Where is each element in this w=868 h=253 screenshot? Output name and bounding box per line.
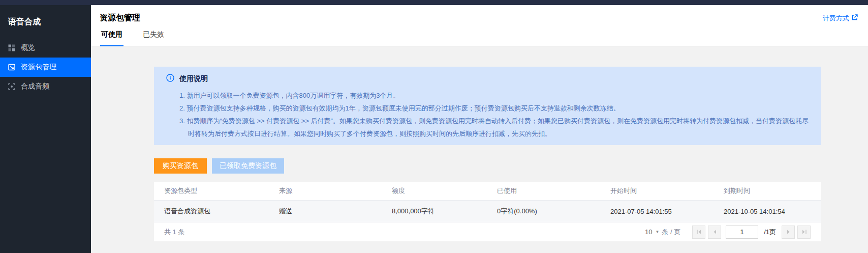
column-header-start-time: 开始时间: [610, 186, 724, 195]
cell-expire-time: 2021-10-05 14:01:54: [724, 208, 811, 215]
notice-title: 使用说明: [179, 74, 208, 83]
cell-quota: 8,000,000字符: [392, 207, 497, 216]
last-page-icon: [801, 229, 807, 235]
cell-package-type: 语音合成资源包: [164, 207, 279, 216]
first-page-button[interactable]: [692, 226, 705, 239]
notice-line-2: 2. 预付费资源包支持多种规格，购买的资源包有效期均为1年，资源包额度未使用完的…: [179, 102, 809, 115]
sidebar-item-label: 合成音频: [21, 82, 49, 91]
page-size-select[interactable]: 10 ▼: [645, 228, 659, 236]
sidebar-item-resource-packages[interactable]: 资源包管理: [0, 58, 91, 77]
top-navigation-bar: [0, 0, 868, 5]
sidebar-item-label: 资源包管理: [21, 63, 56, 72]
last-page-button[interactable]: [797, 226, 811, 239]
package-icon: [8, 64, 15, 71]
total-pages-label: /1页: [764, 228, 776, 237]
tab-available[interactable]: 可使用: [100, 30, 123, 46]
notice-line-1: 1. 新用户可以领取一个免费资源包，内含800万调用字符，有效期为3个月。: [179, 89, 809, 102]
table-footer: 共 1 条 10 ▼ 条 / 页: [154, 222, 821, 241]
cell-start-time: 2021-07-05 14:01:55: [610, 208, 724, 215]
main-panel: 资源包管理 计费方式 可使用 已失效: [91, 5, 868, 253]
resource-package-table-card: 资源包类型 来源 额度 已使用 开始时间 到期时间 语音合成资源包 赠送 8,0…: [154, 182, 821, 241]
page-size-value: 10: [645, 228, 652, 236]
table-header-row: 资源包类型 来源 额度 已使用 开始时间 到期时间: [154, 182, 821, 201]
per-page-label: 条 / 页: [662, 228, 680, 237]
table-row: 语音合成资源包 赠送 8,000,000字符 0字符(0.00%) 2021-0…: [154, 201, 821, 222]
audio-icon: [8, 83, 15, 90]
page-number-input[interactable]: [726, 226, 758, 239]
column-header-expire-time: 到期时间: [724, 186, 811, 195]
sidebar-product-title: 语音合成: [0, 5, 91, 38]
sidebar: 语音合成 概览 资源包管理: [0, 5, 91, 253]
chevron-down-icon: ▼: [655, 230, 659, 234]
sidebar-menu: 概览 资源包管理 合成音频: [0, 38, 91, 96]
pagination: 10 ▼ 条 / 页: [645, 226, 811, 239]
first-page-icon: [696, 229, 702, 235]
tab-bar: 可使用 已失效: [100, 30, 858, 46]
column-header-used: 已使用: [497, 186, 610, 195]
grid-icon: [8, 44, 15, 51]
page-header: 资源包管理 计费方式 可使用 已失效: [91, 5, 868, 46]
next-page-button[interactable]: [782, 226, 795, 239]
page-title: 资源包管理: [100, 13, 140, 23]
column-header-package-type: 资源包类型: [164, 186, 279, 195]
cell-used: 0字符(0.00%): [497, 207, 610, 216]
total-count-label: 共 1 条: [164, 228, 184, 237]
billing-link-label: 计费方式: [823, 14, 849, 23]
previous-page-button[interactable]: [708, 226, 721, 239]
usage-notice-banner: 使用说明 1. 新用户可以领取一个免费资源包，内含800万调用字符，有效期为3个…: [154, 67, 821, 145]
cell-source: 赠送: [279, 207, 392, 216]
next-page-icon: [786, 229, 791, 235]
external-link-icon: [852, 14, 858, 22]
action-buttons: 购买资源包 已领取免费资源包: [154, 158, 821, 174]
column-header-quota: 额度: [392, 186, 497, 195]
previous-page-icon: [712, 229, 718, 235]
tab-content: 使用说明 1. 新用户可以领取一个免费资源包，内含800万调用字符，有效期为3个…: [91, 46, 868, 241]
free-package-claimed-button[interactable]: 已领取免费资源包: [212, 158, 284, 174]
column-header-source: 来源: [279, 186, 392, 195]
info-icon: [166, 74, 174, 84]
buy-resource-package-button[interactable]: 购买资源包: [154, 158, 207, 174]
sidebar-item-label: 概览: [21, 43, 35, 52]
notice-line-3: 3. 扣费顺序为“免费资源包 >> 付费资源包 >> 后付费”。如果您未购买付费…: [179, 115, 809, 140]
sidebar-item-synthesized-audio[interactable]: 合成音频: [0, 77, 91, 96]
sidebar-item-overview[interactable]: 概览: [0, 38, 91, 58]
billing-method-link[interactable]: 计费方式: [823, 14, 858, 23]
tab-expired[interactable]: 已失效: [142, 30, 165, 46]
